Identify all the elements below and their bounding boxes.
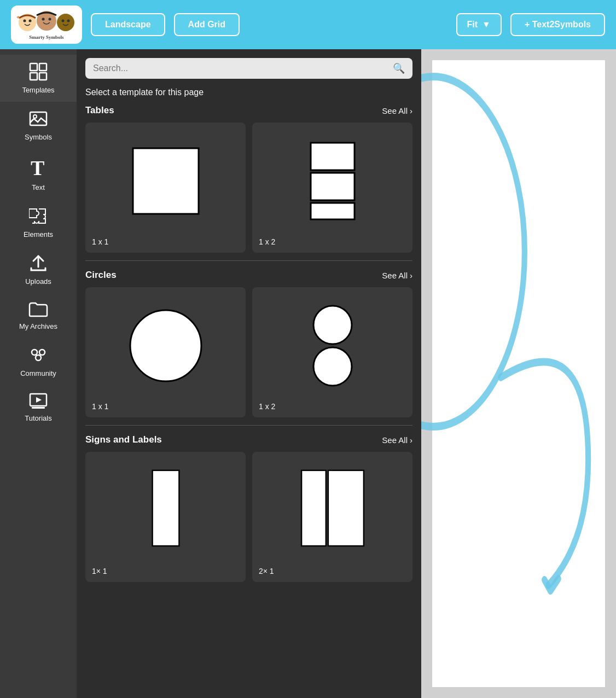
svg-rect-15 [30, 112, 47, 125]
landscape-button[interactable]: Landscape [91, 13, 165, 36]
sidebar: Templates Symbols T Text [0, 49, 77, 698]
sidebar-item-label: Text [32, 183, 45, 191]
folder-icon [28, 301, 48, 319]
signs-template-grid: 1× 1 2× 1 [85, 452, 412, 582]
svg-point-18 [32, 350, 37, 355]
signs-section-title: Signs and Labels [85, 434, 162, 445]
svg-point-4 [24, 19, 26, 22]
sidebar-item-label: Tutorials [25, 414, 51, 422]
template-card-circle-1x1[interactable]: 1 x 1 [85, 287, 246, 417]
search-icon: 🔍 [393, 62, 405, 74]
template-label-table-1x2: 1 x 2 [259, 237, 275, 246]
template-card-circle-1x2[interactable]: 1 x 2 [252, 287, 412, 417]
template-preview-table-1x2 [259, 129, 406, 233]
search-input[interactable] [93, 63, 388, 73]
signs-see-all[interactable]: See All › [382, 435, 412, 445]
template-preview-sign-2x1 [259, 458, 406, 562]
puzzle-icon [29, 207, 48, 227]
circles-see-all[interactable]: See All › [382, 271, 412, 280]
sidebar-item-uploads[interactable]: Uploads [0, 246, 77, 293]
template-preview-sign-1x1 [92, 458, 239, 562]
chevron-right-icon: › [410, 435, 412, 445]
svg-rect-25 [311, 143, 355, 170]
sidebar-item-templates[interactable]: Templates [0, 55, 77, 102]
fit-button[interactable]: Fit ▼ [456, 13, 502, 36]
svg-rect-11 [30, 63, 37, 71]
add-grid-button[interactable]: Add Grid [174, 13, 240, 36]
template-label-table-1x1: 1 x 1 [92, 237, 108, 246]
template-preview-circle-1x2 [259, 294, 406, 398]
svg-point-8 [62, 19, 65, 22]
template-card-table-1x1[interactable]: 1 x 1 [85, 123, 246, 253]
search-bar: 🔍 [85, 58, 412, 79]
circles-template-grid: 1 x 1 1 x 2 [85, 287, 412, 417]
svg-rect-23 [32, 407, 45, 409]
template-label-sign-1x1: 1× 1 [92, 567, 107, 575]
community-icon [29, 346, 48, 366]
divider-2 [85, 425, 412, 426]
svg-point-29 [313, 306, 352, 344]
main-layout: Templates Symbols T Text [0, 49, 616, 698]
svg-rect-12 [39, 63, 47, 71]
template-label-sign-2x1: 2× 1 [259, 567, 274, 575]
sidebar-item-label: Templates [22, 86, 54, 94]
sidebar-item-label: Elements [24, 230, 53, 239]
svg-rect-13 [30, 73, 37, 80]
svg-rect-26 [311, 173, 355, 200]
template-label-circle-1x1: 1 x 1 [92, 402, 108, 411]
svg-rect-24 [133, 148, 199, 214]
text-icon: T [29, 156, 48, 180]
svg-point-3 [57, 14, 74, 31]
chevron-right-icon: › [410, 106, 412, 115]
template-card-sign-1x1[interactable]: 1× 1 [85, 452, 246, 582]
svg-point-16 [33, 115, 37, 118]
sidebar-item-label: My Archives [19, 322, 57, 330]
tables-see-all[interactable]: See All › [382, 106, 412, 115]
circles-section-title: Circles [85, 270, 117, 281]
sidebar-item-label: Community [20, 369, 56, 377]
text2symbols-button[interactable]: + Text2Symbols [510, 13, 605, 36]
divider-1 [85, 260, 412, 261]
logo[interactable]: Smarty Symbols [11, 5, 82, 44]
svg-rect-31 [152, 470, 179, 546]
circles-section-header: Circles See All › [85, 270, 412, 281]
svg-point-9 [67, 19, 70, 22]
template-preview-circle-1x1 [92, 294, 239, 398]
svg-rect-33 [328, 470, 363, 546]
content-area [421, 49, 616, 698]
sidebar-item-my-archives[interactable]: My Archives [0, 293, 77, 338]
tutorials-icon [29, 393, 48, 411]
svg-text:T: T [31, 156, 44, 178]
sidebar-item-community[interactable]: Community [0, 338, 77, 385]
panel-subtitle: Select a template for this page [85, 88, 412, 97]
svg-point-20 [36, 355, 41, 360]
template-preview-table-1x1 [92, 129, 239, 233]
upload-icon [29, 254, 48, 274]
svg-point-28 [130, 310, 201, 381]
sidebar-item-label: Uploads [25, 277, 51, 286]
svg-point-19 [39, 350, 45, 355]
template-label-circle-1x2: 1 x 2 [259, 402, 275, 411]
svg-point-6 [42, 18, 45, 20]
templates-panel: 🔍 Select a template for this page Tables… [77, 49, 421, 698]
chevron-down-icon: ▼ [482, 20, 491, 30]
svg-point-5 [29, 19, 32, 22]
sidebar-item-label: Symbols [25, 133, 52, 141]
svg-rect-27 [311, 203, 355, 219]
sidebar-item-elements[interactable]: Elements [0, 199, 77, 246]
sidebar-item-tutorials[interactable]: Tutorials [0, 385, 77, 430]
svg-rect-32 [301, 470, 326, 546]
template-card-table-1x2[interactable]: 1 x 2 [252, 123, 412, 253]
sidebar-item-text[interactable]: T Text [0, 149, 77, 199]
svg-point-7 [49, 18, 51, 20]
svg-rect-14 [39, 73, 47, 80]
signs-section-header: Signs and Labels See All › [85, 434, 412, 445]
template-card-sign-2x1[interactable]: 2× 1 [252, 452, 412, 582]
sidebar-item-symbols[interactable]: Symbols [0, 102, 77, 149]
tables-section-header: Tables See All › [85, 105, 412, 116]
tables-section-title: Tables [85, 105, 114, 116]
image-icon [29, 109, 48, 130]
svg-point-30 [313, 347, 352, 386]
topbar: Smarty Symbols Landscape Add Grid Fit ▼ … [0, 0, 616, 49]
chevron-right-icon: › [410, 271, 412, 280]
